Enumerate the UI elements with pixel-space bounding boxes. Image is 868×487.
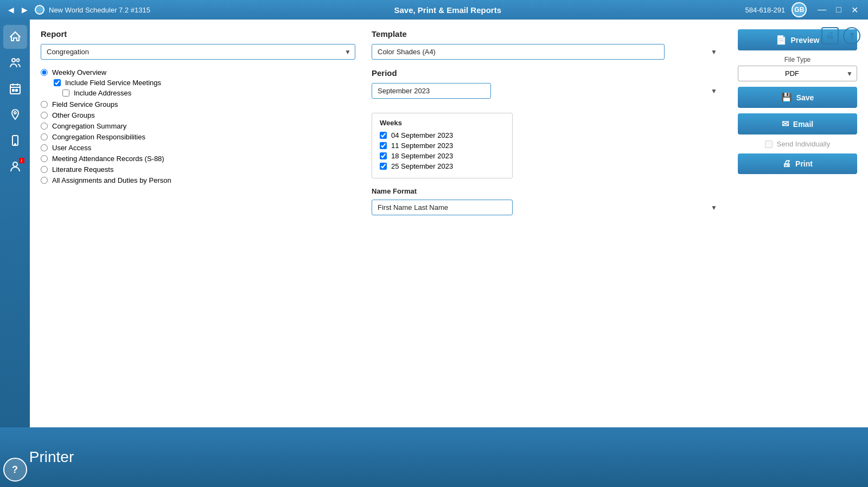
- close-button[interactable]: ✕: [847, 4, 863, 16]
- period-section-title: Period: [372, 68, 722, 78]
- week1-option[interactable]: 04 September 2023: [380, 131, 505, 139]
- save-label: Save: [796, 93, 814, 102]
- svg-rect-6: [12, 89, 14, 91]
- send-individually-wrap: Send Individually: [738, 140, 857, 148]
- user-access-text: User Access: [52, 144, 91, 152]
- include-field-service-text: Include Field Service Meetings: [65, 79, 161, 87]
- week3-option[interactable]: 18 September 2023: [380, 152, 505, 160]
- other-groups-radio[interactable]: [41, 112, 48, 119]
- congregation-responsibilities-text: Congregation Responsibilities: [52, 133, 145, 141]
- week2-option[interactable]: 11 September 2023: [380, 142, 505, 150]
- congregation-responsibilities-option[interactable]: Congregation Responsibilities: [41, 133, 355, 141]
- report-section-title: Report: [41, 29, 355, 39]
- user-access-radio[interactable]: [41, 144, 48, 151]
- congregation-responsibilities-radio[interactable]: [41, 133, 48, 140]
- avatar: GB: [792, 2, 807, 17]
- save-icon: 💾: [781, 92, 792, 102]
- help-bottom-button[interactable]: ?: [3, 458, 27, 482]
- mobile-icon: [9, 134, 22, 148]
- all-assignments-radio[interactable]: [41, 177, 48, 184]
- include-field-service-wrap: Include Field Service Meetings: [54, 79, 355, 87]
- literature-requests-radio[interactable]: [41, 166, 48, 173]
- sidebar-item-alert-person[interactable]: !: [3, 155, 27, 179]
- other-groups-option[interactable]: Other Groups: [41, 111, 355, 119]
- week1-checkbox[interactable]: [380, 132, 387, 139]
- nav-back-button[interactable]: ◀: [5, 4, 17, 15]
- name-format-dropdown-arrow: ▼: [711, 204, 717, 212]
- svg-point-1: [16, 59, 19, 62]
- field-service-groups-option[interactable]: Field Service Groups: [41, 100, 355, 108]
- name-format-dropdown-wrap: First Name Last Name ▼: [372, 200, 722, 215]
- sidebar-item-calendar[interactable]: [3, 77, 27, 101]
- sidebar-item-home[interactable]: [3, 25, 27, 49]
- meeting-attendance-radio[interactable]: [41, 155, 48, 162]
- meeting-attendance-option[interactable]: Meeting Attendance Records (S-88): [41, 155, 355, 163]
- file-type-dropdown[interactable]: PDF Excel Word: [738, 66, 857, 81]
- period-dropdown-wrap: September 2023 ▼: [372, 83, 722, 99]
- bottom-printer-button[interactable]: Printer: [39, 444, 65, 470]
- nav-forward-button[interactable]: ▶: [19, 4, 30, 15]
- weekly-overview-radio[interactable]: [41, 69, 48, 76]
- main-layout: ! 🖨 ? Report Congregation ▼: [0, 20, 868, 487]
- name-format-title: Name Format: [372, 187, 722, 195]
- report-dropdown-wrap: Congregation ▼: [41, 44, 355, 60]
- svg-point-10: [15, 144, 16, 145]
- week3-checkbox[interactable]: [380, 152, 387, 159]
- include-addresses-checkbox[interactable]: [62, 89, 69, 97]
- period-dropdown[interactable]: September 2023: [372, 83, 491, 99]
- bottom-sidebar: ?: [0, 427, 30, 487]
- week4-label: 25 September 2023: [391, 162, 453, 170]
- include-field-service-label[interactable]: Include Field Service Meetings: [54, 79, 355, 87]
- right-panel: 📄 Preview File Type PDF Excel Word ▼: [738, 29, 857, 418]
- literature-requests-text: Literature Requests: [52, 165, 113, 174]
- middle-panel: Template Color Shades (A4) ▼ Period Sept…: [355, 29, 738, 418]
- include-addresses-label[interactable]: Include Addresses: [62, 89, 355, 97]
- include-addresses-wrap: Include Addresses: [62, 89, 355, 97]
- minimize-button[interactable]: —: [813, 4, 831, 16]
- email-icon: ✉: [782, 119, 789, 129]
- name-format-dropdown[interactable]: First Name Last Name: [372, 200, 513, 215]
- sidebar-item-map[interactable]: [3, 103, 27, 127]
- email-button[interactable]: ✉ Email: [738, 113, 857, 134]
- week4-option[interactable]: 25 September 2023: [380, 162, 505, 170]
- include-field-service-checkbox[interactable]: [54, 79, 61, 86]
- send-individually-checkbox[interactable]: [765, 140, 773, 148]
- field-service-groups-radio[interactable]: [41, 101, 48, 108]
- period-dropdown-arrow: ▼: [711, 87, 717, 95]
- all-assignments-option[interactable]: All Assignments and Duties by Person: [41, 176, 355, 184]
- week2-checkbox[interactable]: [380, 142, 387, 149]
- literature-requests-option[interactable]: Literature Requests: [41, 165, 355, 174]
- window-title: Save, Print & Email Reports: [394, 5, 501, 15]
- weekly-overview-label[interactable]: Weekly Overview: [41, 68, 355, 76]
- user-access-option[interactable]: User Access: [41, 144, 355, 152]
- left-panel: Report Congregation ▼ Weekly Overview: [41, 29, 355, 418]
- titlebar-nav: ◀ ▶: [5, 4, 30, 15]
- people-icon: [9, 56, 22, 69]
- week4-checkbox[interactable]: [380, 163, 387, 170]
- sidebar-item-mobile[interactable]: [3, 129, 27, 153]
- print-label: Print: [795, 159, 813, 168]
- help-top-icon-button[interactable]: ?: [843, 27, 860, 44]
- report-dropdown[interactable]: Congregation: [41, 44, 355, 60]
- print-button[interactable]: 🖨 Print: [738, 153, 857, 174]
- email-label: Email: [793, 120, 813, 129]
- all-assignments-text: All Assignments and Duties by Person: [52, 176, 171, 184]
- sidebar: !: [0, 20, 30, 487]
- week2-label: 11 September 2023: [391, 142, 453, 150]
- print-top-icon-button[interactable]: 🖨: [821, 27, 839, 44]
- template-dropdown[interactable]: Color Shades (A4): [372, 44, 665, 60]
- titlebar: ◀ ▶ New World Scheduler 7.2 #1315 Save, …: [0, 0, 868, 20]
- sidebar-item-people[interactable]: [3, 51, 27, 75]
- weekly-overview-option: Weekly Overview: [41, 68, 355, 76]
- file-type-dropdown-wrap: PDF Excel Word ▼: [738, 66, 857, 81]
- window-controls: — □ ✕: [813, 4, 863, 16]
- congregation-summary-radio[interactable]: [41, 123, 48, 130]
- globe-icon: [35, 5, 44, 15]
- congregation-summary-option[interactable]: Congregation Summary: [41, 122, 355, 130]
- svg-point-0: [12, 59, 15, 62]
- maximize-button[interactable]: □: [832, 4, 846, 16]
- weekly-overview-text: Weekly Overview: [52, 68, 106, 76]
- save-button[interactable]: 💾 Save: [738, 87, 857, 108]
- other-groups-text: Other Groups: [52, 111, 95, 119]
- weeks-box: Weeks 04 September 2023 11 September 202…: [372, 113, 513, 178]
